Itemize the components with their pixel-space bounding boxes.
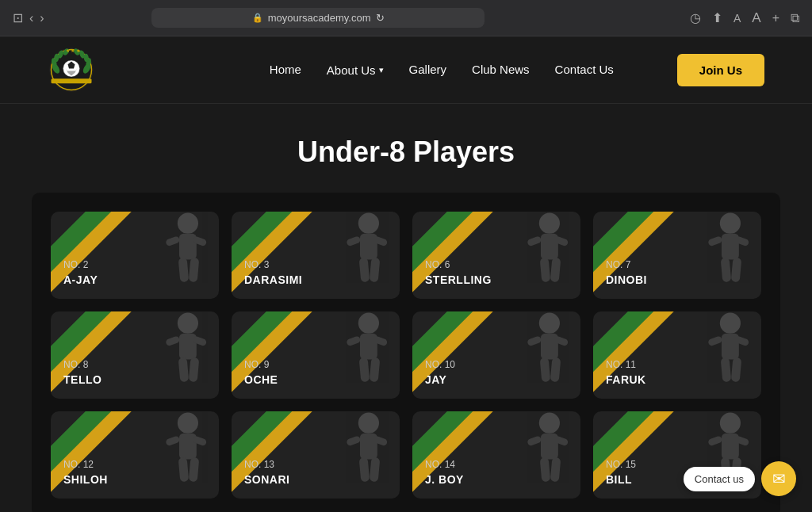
nav-links: Home About Us ▾ Gallery Club News Contac… (270, 63, 614, 77)
player-card[interactable]: NO. 15BILL (593, 411, 761, 499)
nav-link-about[interactable]: About Us (327, 63, 376, 77)
forward-button[interactable]: › (40, 11, 44, 25)
tabs-icon[interactable]: ⧉ (791, 11, 799, 25)
player-name: DINOBI (606, 273, 749, 286)
player-card[interactable]: NO. 3DARASIMI (232, 212, 400, 299)
svg-text:★ ★ ★: ★ ★ ★ (66, 48, 80, 53)
main-content: Under-8 Players NO. 2A-JAY (0, 104, 812, 512)
player-number: NO. 14 (425, 459, 568, 470)
player-card[interactable]: NO. 13SONARI (232, 411, 400, 499)
nav-item-contactus[interactable]: Contact Us (555, 63, 614, 77)
player-card[interactable]: NO. 2A-JAY (51, 212, 219, 299)
player-number: NO. 12 (63, 459, 206, 470)
share-icon[interactable]: ⬆ (712, 10, 722, 25)
player-name: BILL (606, 473, 749, 486)
join-button[interactable]: Join Us (677, 54, 764, 86)
logo[interactable]: ★ ★ ★ (48, 46, 95, 94)
svg-point-48 (358, 313, 379, 334)
svg-point-42 (178, 313, 198, 334)
player-name: J. BOY (425, 473, 568, 486)
url-text: moyoursacademy.com (268, 12, 371, 24)
svg-point-24 (358, 213, 379, 234)
player-name: TELLO (63, 373, 206, 386)
players-grid: NO. 2A-JAY NO. 3DARASIMI (51, 212, 761, 499)
player-name: A-JAY (63, 273, 206, 286)
browser-controls[interactable]: ⊡ ‹ › (13, 10, 44, 25)
page-title: Under-8 Players (32, 136, 780, 169)
player-card[interactable]: NO. 10JAY (412, 311, 580, 399)
nav-item-home[interactable]: Home (270, 63, 301, 77)
lock-icon: 🔒 (252, 13, 263, 23)
contact-chat-button[interactable]: ✉ (761, 461, 796, 496)
svg-rect-44 (165, 335, 180, 346)
nav-link-contactus[interactable]: Contact Us (555, 63, 614, 76)
nav-link-clubnews[interactable]: Club News (472, 63, 530, 76)
browser-right-controls[interactable]: ◷ ⬆ A A + ⧉ (690, 10, 799, 26)
player-name: SHILOH (63, 473, 206, 486)
svg-rect-74 (346, 435, 361, 446)
svg-point-72 (358, 413, 379, 434)
svg-point-18 (178, 213, 198, 234)
player-card[interactable]: NO. 9OCHE (232, 311, 400, 399)
nav-link-gallery[interactable]: Gallery (409, 63, 447, 76)
player-card[interactable]: NO. 6STERLLING (412, 212, 580, 299)
players-container: NO. 2A-JAY NO. 3DARASIMI (32, 193, 780, 512)
player-number: NO. 13 (244, 459, 387, 470)
nav-item-gallery[interactable]: Gallery (409, 63, 447, 77)
reload-icon[interactable]: ↻ (376, 12, 385, 24)
svg-point-84 (720, 413, 741, 434)
svg-rect-62 (707, 335, 722, 346)
player-number: NO. 7 (606, 259, 749, 270)
player-number: NO. 6 (425, 259, 568, 270)
svg-rect-32 (527, 235, 542, 246)
navbar: ★ ★ ★ Home About Us ▾ Gallery Club News … (0, 36, 812, 104)
history-icon[interactable]: ◷ (690, 10, 701, 25)
player-number: NO. 2 (63, 259, 206, 270)
player-number: NO. 15 (606, 459, 749, 470)
browser-window-icon[interactable]: ⊡ (13, 10, 23, 25)
svg-point-78 (539, 413, 560, 434)
nav-link-home[interactable]: Home (270, 63, 301, 76)
player-number: NO. 9 (244, 359, 387, 370)
svg-point-30 (539, 213, 560, 234)
svg-rect-20 (165, 235, 180, 246)
player-name: OCHE (244, 373, 387, 386)
player-name: SONARI (244, 473, 387, 486)
svg-point-60 (720, 313, 741, 334)
player-name: DARASIMI (244, 273, 387, 286)
svg-rect-38 (707, 235, 722, 246)
chevron-down-icon: ▾ (379, 65, 384, 75)
address-bar[interactable]: 🔒 moyoursacademy.com ↻ (151, 8, 485, 28)
browser-chrome: ⊡ ‹ › 🔒 moyoursacademy.com ↻ ◷ ⬆ A A + ⧉ (0, 0, 812, 36)
player-card[interactable]: NO. 12SHILOH (51, 411, 219, 499)
player-name: JAY (425, 373, 568, 386)
new-tab-icon[interactable]: + (772, 11, 779, 25)
back-button[interactable]: ‹ (29, 11, 33, 25)
player-number: NO. 8 (63, 359, 206, 370)
svg-rect-56 (527, 335, 542, 346)
font-size-a-small[interactable]: A (733, 12, 741, 25)
svg-point-66 (178, 413, 198, 434)
player-number: NO. 3 (244, 259, 387, 270)
player-name: FARUK (606, 373, 749, 386)
svg-rect-80 (527, 435, 542, 446)
svg-rect-86 (707, 435, 722, 446)
svg-rect-50 (346, 335, 361, 346)
player-card[interactable]: NO. 8TELLO (51, 311, 219, 399)
svg-rect-68 (165, 435, 180, 446)
svg-rect-26 (346, 235, 361, 246)
logo-image: ★ ★ ★ (48, 46, 95, 94)
player-number: NO. 10 (425, 359, 568, 370)
nav-item-about[interactable]: About Us ▾ (327, 63, 384, 77)
font-size-a-large[interactable]: A (752, 10, 760, 26)
svg-point-36 (720, 213, 741, 234)
player-number: NO. 11 (606, 359, 749, 370)
player-card[interactable]: NO. 14J. BOY (412, 411, 580, 499)
player-card[interactable]: NO. 11FARUK (593, 311, 761, 399)
svg-rect-12 (52, 78, 92, 83)
player-card[interactable]: NO. 7DINOBI (593, 212, 761, 299)
nav-item-clubnews[interactable]: Club News (472, 63, 530, 77)
chat-icon: ✉ (772, 469, 786, 488)
player-name: STERLLING (425, 273, 568, 286)
svg-point-54 (539, 313, 560, 334)
